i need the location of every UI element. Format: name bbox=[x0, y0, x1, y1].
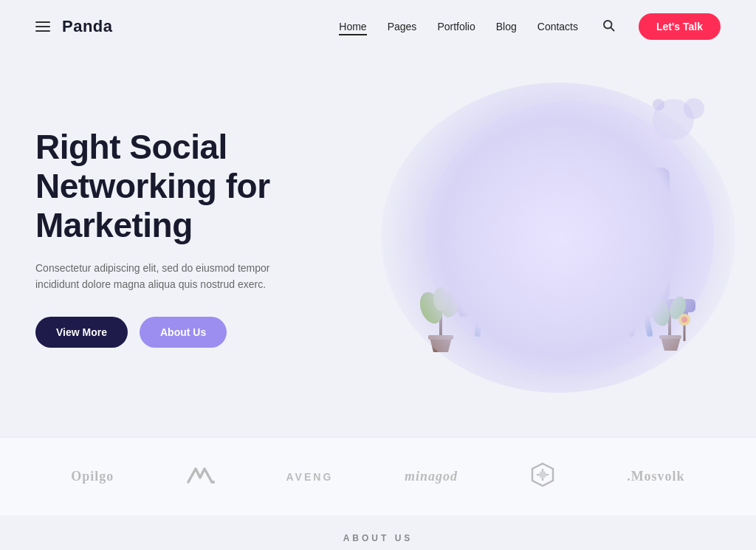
about-us-label: ABOUT US bbox=[0, 515, 756, 549]
nav-links: Home Pages Portfolio Blog Contacts bbox=[339, 20, 578, 33]
navbar-right: Home Pages Portfolio Blog Contacts Let's… bbox=[339, 13, 721, 40]
hamburger-icon[interactable] bbox=[35, 21, 50, 32]
brands-inner: Opilgo AVENG minagod .Mosvolk bbox=[35, 461, 721, 492]
about-us-button[interactable]: About Us bbox=[140, 317, 227, 348]
brand-opilgo: Opilgo bbox=[71, 469, 114, 484]
brand-mosvolk: .Mosvolk bbox=[627, 469, 685, 484]
navbar: Panda Home Pages Portfolio Blog Contacts… bbox=[0, 0, 756, 53]
brand-minagod: minagod bbox=[405, 469, 458, 484]
nav-link-home[interactable]: Home bbox=[339, 21, 366, 35]
illustration-bg-circle bbox=[381, 83, 735, 393]
lets-talk-button[interactable]: Let's Talk bbox=[639, 13, 721, 40]
nav-link-blog[interactable]: Blog bbox=[496, 21, 517, 32]
brand-m bbox=[185, 464, 215, 489]
hero-illustration bbox=[331, 68, 721, 408]
brand-hexicon bbox=[529, 461, 556, 492]
nav-link-contacts[interactable]: Contacts bbox=[537, 21, 578, 32]
hero-subtitle: Consectetur adipiscing elit, sed do eius… bbox=[35, 260, 272, 293]
hero-content: Right Social Networking for Marketing Co… bbox=[35, 128, 331, 347]
search-button[interactable] bbox=[602, 18, 615, 35]
nav-link-portfolio[interactable]: Portfolio bbox=[437, 21, 475, 32]
hero-buttons: View More About Us bbox=[35, 317, 331, 348]
hero-title: Right Social Networking for Marketing bbox=[35, 128, 331, 245]
view-more-button[interactable]: View More bbox=[35, 317, 128, 348]
brand-name: Panda bbox=[62, 17, 113, 36]
svg-line-1 bbox=[611, 27, 614, 30]
navbar-left: Panda bbox=[35, 17, 113, 36]
svg-point-68 bbox=[539, 471, 546, 478]
hero-section: Right Social Networking for Marketing Co… bbox=[0, 53, 756, 437]
nav-link-pages[interactable]: Pages bbox=[388, 21, 417, 32]
brands-section: Opilgo AVENG minagod .Mosvolk bbox=[0, 437, 756, 515]
brand-aveng: AVENG bbox=[286, 471, 334, 483]
svg-point-4 bbox=[684, 98, 704, 119]
